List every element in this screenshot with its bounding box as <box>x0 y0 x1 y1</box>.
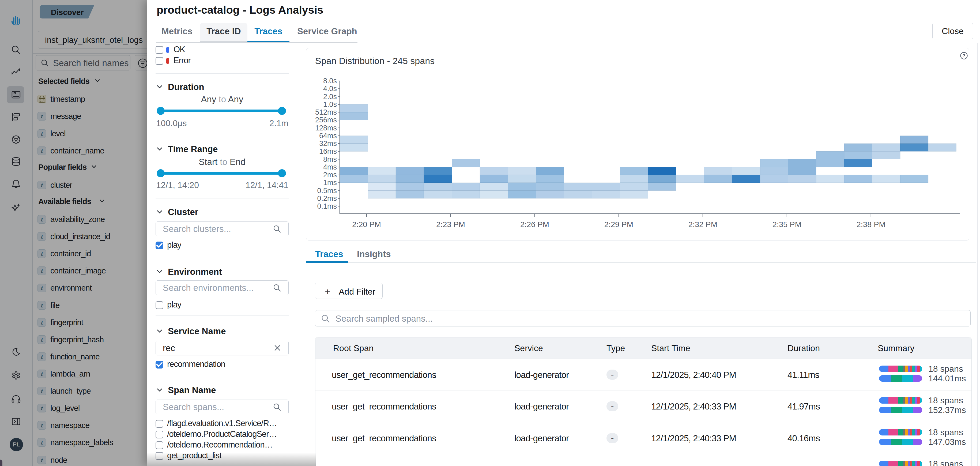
svg-text:512ms: 512ms <box>315 108 337 116</box>
svg-text:2:38 PM: 2:38 PM <box>857 220 886 229</box>
svg-text:2:23 PM: 2:23 PM <box>436 220 465 229</box>
svg-text:1ms: 1ms <box>323 179 337 187</box>
svg-text:32ms: 32ms <box>319 140 337 148</box>
svg-text:2:29 PM: 2:29 PM <box>605 220 633 229</box>
svg-text:8.0s: 8.0s <box>323 77 337 85</box>
svg-text:2:26 PM: 2:26 PM <box>520 220 549 229</box>
svg-text:0.2ms: 0.2ms <box>317 194 337 202</box>
svg-text:128ms: 128ms <box>315 124 337 132</box>
svg-text:8ms: 8ms <box>323 155 337 163</box>
svg-text:4ms: 4ms <box>323 163 337 171</box>
svg-text:?: ? <box>963 53 965 58</box>
svg-text:16ms: 16ms <box>319 147 337 155</box>
svg-text:2:32 PM: 2:32 PM <box>689 220 718 229</box>
svg-text:2ms: 2ms <box>323 171 337 179</box>
svg-text:2:35 PM: 2:35 PM <box>773 220 802 229</box>
svg-text:0.1ms: 0.1ms <box>317 202 337 210</box>
svg-text:64ms: 64ms <box>319 132 337 140</box>
svg-text:2.0s: 2.0s <box>323 93 337 101</box>
svg-text:2:20 PM: 2:20 PM <box>352 220 381 229</box>
svg-text:1.0s: 1.0s <box>323 100 337 108</box>
svg-text:0.5ms: 0.5ms <box>317 187 337 195</box>
svg-text:4.0s: 4.0s <box>323 84 337 93</box>
svg-text:256ms: 256ms <box>315 116 337 124</box>
